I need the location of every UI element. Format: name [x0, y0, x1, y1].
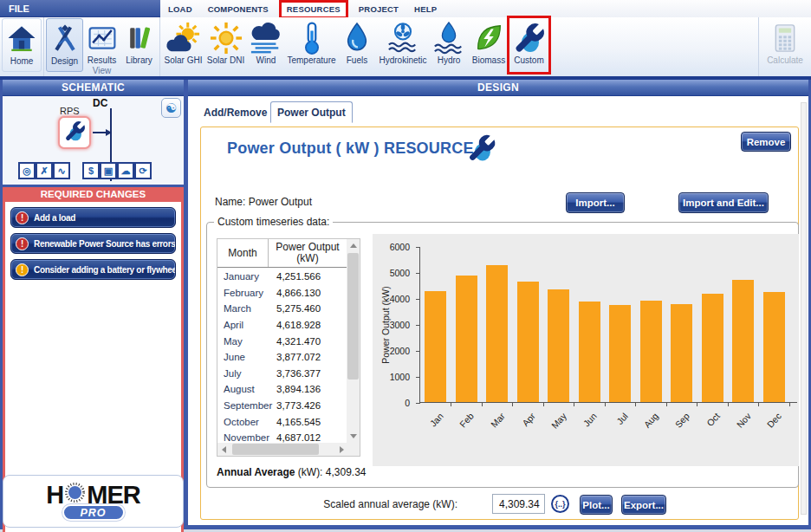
required-change-2[interactable]: !Renewable Power Source has errors a	[10, 233, 176, 254]
required-change-1[interactable]: !Add a load	[10, 207, 176, 228]
scroll-thumb-horizontal[interactable]	[232, 444, 319, 455]
target-tool-button[interactable]: ◎	[18, 162, 36, 179]
logo-text-end: MER	[87, 483, 139, 507]
signal-tool-button[interactable]: ∿	[53, 162, 70, 179]
x-tick-mark	[697, 403, 697, 406]
scroll-down-arrow[interactable]	[347, 430, 360, 443]
table-row[interactable]: August3,894.136	[217, 381, 347, 398]
dollar-tool-button[interactable]: $	[82, 162, 100, 179]
scroll-up-arrow[interactable]	[347, 239, 360, 252]
import-button[interactable]: Import...	[566, 192, 625, 213]
calculator-icon	[771, 21, 799, 55]
design-button[interactable]: Design	[46, 18, 83, 72]
custom-component[interactable]	[58, 116, 91, 149]
x-tick-label: Feb	[448, 411, 476, 439]
x-tick-label: Mar	[479, 411, 507, 439]
table-row[interactable]: May4,321.470	[217, 333, 347, 349]
table-row[interactable]: September3,773.426	[217, 398, 347, 414]
export-button[interactable]: Export...	[621, 495, 666, 515]
turbine-off-tool-button[interactable]: ✗	[36, 162, 53, 179]
value-cell: 4,165.545	[270, 417, 347, 427]
hydrokinetic-icon	[384, 21, 422, 55]
resource-biomass-button[interactable]: Biomass	[468, 18, 509, 72]
chart-bar-dec	[763, 292, 785, 402]
tab-add-remove[interactable]: Add/Remove	[198, 101, 273, 123]
value-cell: 4,321.470	[270, 336, 347, 347]
dollar-icon: $	[88, 165, 94, 176]
chart-bar-sep	[671, 304, 692, 402]
table-row[interactable]: June3,877.072	[217, 349, 347, 366]
calculate-button[interactable]: Calculate	[761, 18, 809, 72]
resource-temperature-button[interactable]: Temperature	[285, 18, 338, 72]
menu-item-load[interactable]: LOAD	[163, 0, 198, 17]
groupbox-label: Custom timeseries data:	[214, 216, 333, 228]
resource-custom-button[interactable]: Custom	[509, 18, 548, 72]
x-tick-mark	[728, 403, 729, 406]
turbine-off-icon: ✗	[40, 165, 48, 177]
menu-item-project[interactable]: PROJECT	[354, 0, 404, 17]
resource-fuels-button[interactable]: Fuels	[338, 18, 376, 72]
month-cell: February	[217, 288, 270, 298]
x-tick-mark	[574, 403, 574, 406]
required-change-3[interactable]: !Consider adding a battery or flywhee	[10, 259, 176, 280]
refresh-tool-button[interactable]: ⟳	[134, 162, 152, 179]
x-tick-mark	[605, 403, 606, 406]
table-row[interactable]: February4,866.130	[217, 285, 347, 302]
plot-button[interactable]: Plot...	[580, 495, 613, 515]
tab-power-output[interactable]: Power Output	[270, 101, 353, 123]
schematic-canvas[interactable]: DC RPS ☯ ◎✗∿$▣☁⟳	[3, 96, 184, 185]
cube-tool-button[interactable]: ▣	[100, 162, 117, 179]
table-row[interactable]: October4,165.545	[217, 413, 347, 430]
month-cell: July	[217, 368, 270, 379]
results-icon	[87, 21, 118, 55]
menu-item-help[interactable]: HELP	[409, 0, 442, 17]
column-header-power-output[interactable]: Power Output (kW)	[269, 239, 347, 267]
table-row[interactable]: July3,736.377	[217, 366, 347, 382]
y-tick-label: 6000	[387, 242, 410, 252]
y-tick-label: 3000	[387, 320, 410, 330]
menu-item-components[interactable]: COMPONENTS	[203, 0, 274, 17]
scaled-annual-average-input[interactable]: 4,309.34	[492, 494, 545, 514]
month-cell: October	[217, 417, 270, 427]
menu-bar: FILE LOADCOMPONENTSRESOURCESPROJECTHELP	[0, 0, 811, 17]
results-button[interactable]: Results	[83, 18, 120, 72]
cloud-tool-button[interactable]: ☁	[117, 162, 134, 179]
scaled-annual-average-label: Scaled annual average (kW):	[288, 498, 457, 510]
logo-pro-badge: PRO	[62, 504, 125, 521]
y-tick-label: 2000	[387, 346, 410, 356]
x-tick-mark	[666, 403, 667, 406]
x-tick-mark	[789, 403, 790, 406]
import-and-edit-button[interactable]: Import and Edit...	[678, 192, 769, 213]
chart-bar-may	[548, 289, 569, 402]
table-vertical-scrollbar[interactable]	[347, 239, 360, 443]
resource-hydrokinetic-button[interactable]: Hydrokinetic	[376, 18, 430, 72]
x-tick-label: Aug	[633, 411, 660, 439]
library-button[interactable]: Library	[120, 18, 158, 72]
home-button[interactable]: Home	[2, 18, 42, 72]
schematic-style-button[interactable]: ☯	[161, 98, 181, 118]
sensitivity-button[interactable]: {..}	[551, 495, 569, 513]
x-tick-mark	[451, 403, 451, 406]
value-cell: 3,736.377	[270, 368, 347, 379]
resource-wind-button[interactable]: Wind	[247, 18, 285, 72]
file-menu[interactable]: FILE	[0, 0, 160, 17]
home-icon	[6, 22, 37, 56]
value-cell: 4,866.130	[270, 288, 347, 298]
column-header-month[interactable]: Month	[217, 239, 269, 267]
resource-solar-dni-button[interactable]: Solar DNI	[204, 18, 247, 72]
remove-button[interactable]: Remove	[741, 132, 791, 152]
panel-scrollbar[interactable]	[801, 102, 807, 515]
resource-hydro-button[interactable]: Hydro	[430, 18, 468, 72]
ribbon-group-home: Home	[0, 17, 44, 76]
month-cell: May	[217, 336, 270, 347]
scroll-left-arrow[interactable]	[217, 443, 230, 456]
monthly-data-table: Month Power Output (kW) January4,251.566…	[217, 238, 360, 457]
resource-solar-ghi-button[interactable]: Solar GHI	[162, 18, 204, 72]
scroll-thumb[interactable]	[347, 253, 359, 380]
table-row[interactable]: April4,618.928	[217, 317, 347, 334]
table-horizontal-scrollbar[interactable]	[217, 443, 348, 456]
table-row[interactable]: January4,251.566	[217, 269, 347, 285]
table-row[interactable]: March5,275.460	[217, 301, 347, 317]
menu-item-resources[interactable]: RESOURCES	[279, 0, 348, 19]
month-cell: January	[217, 271, 270, 282]
